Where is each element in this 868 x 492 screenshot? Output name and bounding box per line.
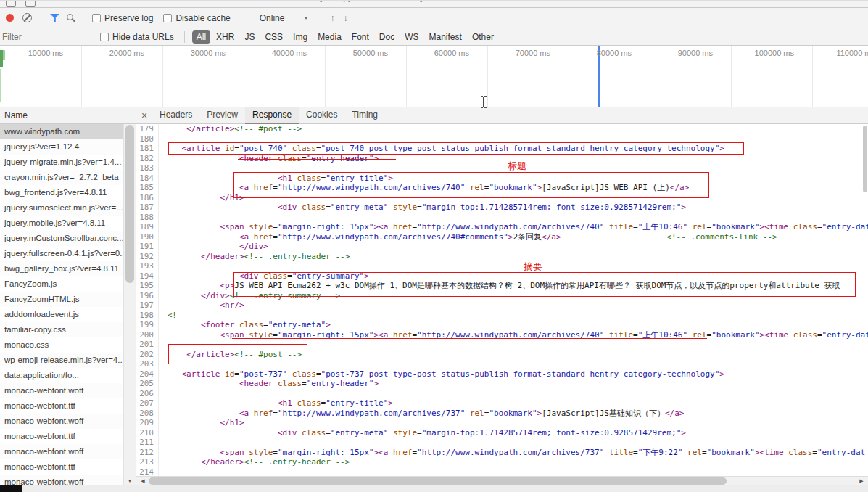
line-number: 201: [136, 340, 159, 350]
filter-pill-css[interactable]: CSS: [260, 30, 287, 44]
export-har-icon[interactable]: ↓: [343, 13, 356, 23]
line-number: 203: [136, 359, 159, 369]
main-tab-performance[interactable]: Performance: [223, 1, 286, 8]
bottom-strip: [0, 485, 868, 492]
network-main-split: Name www.windypath.comjquery.js?ver=1.12…: [0, 107, 868, 485]
filter-icon[interactable]: [50, 14, 59, 22]
preserve-log-checkbox[interactable]: [92, 14, 101, 22]
request-row[interactable]: jquery.js?ver=1.12.4: [0, 139, 123, 155]
code-line: 213 </header><!-- .entry-header -->: [136, 457, 868, 467]
request-row[interactable]: monaco-webfont.ttf: [0, 429, 123, 444]
request-row[interactable]: monaco-webfont.ttf: [0, 398, 123, 414]
code-text: <span style="margin-right: 15px"><a href…: [159, 448, 865, 458]
request-row[interactable]: FancyZoomHTML.js: [0, 292, 123, 307]
import-har-icon[interactable]: ↑: [330, 13, 343, 23]
scroll-down-icon[interactable]: ▼: [124, 476, 136, 485]
request-row[interactable]: bwg_frontend.js?ver=4.8.11: [0, 185, 123, 200]
hide-data-urls-checkbox[interactable]: [100, 33, 109, 41]
disable-cache-checkbox[interactable]: [163, 14, 172, 22]
clear-icon[interactable]: [22, 13, 32, 22]
code-text: <h1 class="entry-title">: [159, 398, 393, 409]
code-text: [159, 438, 162, 448]
timeline-tick-label: 70000 ms: [488, 49, 550, 57]
request-row[interactable]: familiar-copy.css: [0, 322, 123, 337]
detail-tab-response[interactable]: Response: [245, 107, 299, 124]
toolbar-separator: [41, 12, 41, 24]
filter-pill-xhr[interactable]: XHR: [212, 30, 239, 44]
filter-pill-manifest[interactable]: Manifest: [425, 30, 466, 44]
request-row[interactable]: jquery-migrate.min.js?ver=1.4...: [0, 155, 123, 170]
filter-pill-font[interactable]: Font: [347, 30, 373, 44]
network-overview[interactable]: 10000 ms20000 ms30000 ms40000 ms50000 ms…: [0, 46, 868, 107]
response-horizontal-scrollbar-thumb[interactable]: [149, 477, 727, 485]
filter-pill-other[interactable]: Other: [468, 30, 498, 44]
detail-tab-preview[interactable]: Preview: [199, 107, 245, 124]
request-row[interactable]: jquery.mCustomScrollbar.conc...: [0, 231, 123, 246]
scroll-right-icon[interactable]: ▶: [856, 477, 867, 485]
line-number: 195: [136, 281, 159, 291]
filter-pill-js[interactable]: JS: [240, 30, 259, 44]
main-tab-elements[interactable]: Elements: [39, 1, 88, 8]
request-row[interactable]: monaco-webfont.woff: [0, 444, 123, 459]
detail-tab-timing[interactable]: Timing: [344, 107, 385, 124]
code-line: 191 </div>: [136, 242, 868, 252]
code-line: 204 <article id="post-737" class="post-7…: [136, 369, 868, 380]
line-number: 181: [136, 144, 159, 154]
request-row[interactable]: www.windypath.com: [0, 124, 123, 139]
code-line: 179 </article><!-- #post -->: [136, 124, 868, 134]
sidebar-scrollbar-thumb[interactable]: [125, 125, 134, 283]
response-vertical-scrollbar-thumb[interactable]: [863, 126, 867, 192]
main-tab-console[interactable]: Console: [88, 1, 133, 8]
network-toolbar: Preserve log Disable cache Online ▼ ↑↓: [0, 8, 868, 28]
filter-input[interactable]: [0, 32, 96, 42]
code-line: 210 <div class="entry-meta" style="margi…: [136, 428, 868, 438]
filter-pill-img[interactable]: Img: [289, 30, 312, 44]
filter-pill-media[interactable]: Media: [313, 30, 346, 44]
request-row[interactable]: crayon.min.js?ver=_2.7.2_beta: [0, 170, 123, 185]
request-row[interactable]: monaco.css: [0, 337, 123, 353]
request-row[interactable]: bwg_gallery_box.js?ver=4.8.11: [0, 261, 123, 276]
throttling-select[interactable]: Online ▼: [260, 13, 309, 23]
request-row[interactable]: wp-emoji-release.min.js?ver=4...: [0, 353, 123, 368]
inspect-element-icon[interactable]: [6, 1, 16, 7]
sidebar-scrollbar[interactable]: ▼: [123, 124, 136, 485]
timeline-tick-label: 40000 ms: [244, 49, 307, 57]
main-tab-application[interactable]: Application: [331, 1, 387, 8]
filter-pill-all[interactable]: All: [192, 30, 210, 44]
response-vertical-scrollbar[interactable]: [862, 124, 868, 476]
response-horizontal-scrollbar[interactable]: ◀ ▶: [136, 476, 868, 485]
timeline-tick-label: 30000 ms: [163, 49, 226, 57]
code-text: [159, 261, 162, 271]
search-icon[interactable]: [66, 13, 75, 22]
code-text: </h1>: [159, 193, 244, 203]
request-row[interactable]: FancyZoom.js: [0, 276, 123, 292]
har-import-export-icons[interactable]: ↑↓: [330, 13, 356, 23]
main-tab-memory[interactable]: Memory: [286, 1, 331, 8]
line-number: 180: [136, 134, 159, 144]
device-toolbar-icon[interactable]: [25, 1, 36, 7]
request-row[interactable]: monaco-webfont.woff: [0, 383, 123, 398]
code-line: 211: [136, 438, 868, 448]
record-button-icon[interactable]: [6, 14, 14, 22]
request-row[interactable]: monaco-webfont.woff: [0, 414, 123, 429]
main-tab-sources[interactable]: Sources: [133, 1, 178, 8]
detail-tab-headers[interactable]: Headers: [152, 107, 199, 124]
scroll-left-icon[interactable]: ◀: [138, 477, 148, 485]
filter-pill-ws[interactable]: WS: [400, 30, 423, 44]
request-row[interactable]: adddomloadevent.js: [0, 307, 123, 322]
detail-tab-cookies[interactable]: Cookies: [299, 107, 344, 124]
annotation-box-article-close: [168, 344, 307, 364]
request-row[interactable]: data:application/fo...: [0, 368, 123, 383]
request-row[interactable]: jquery.fullscreen-0.4.1.js?ver=0...: [0, 246, 123, 261]
main-tab-audits[interactable]: Audits: [431, 1, 468, 8]
main-tab-network[interactable]: Network: [178, 1, 223, 8]
request-row[interactable]: jquery.sumoselect.min.js?ver=...: [0, 200, 123, 216]
request-row[interactable]: monaco-webfont.woff: [0, 475, 123, 485]
close-icon[interactable]: ×: [136, 107, 152, 123]
response-viewer[interactable]: 179 </article><!-- #post -->180181 <arti…: [136, 124, 868, 476]
request-row[interactable]: jquery.mobile.js?ver=4.8.11: [0, 216, 123, 231]
main-tab-security[interactable]: Security: [387, 1, 431, 8]
request-row[interactable]: monaco-webfont.ttf: [0, 459, 123, 475]
name-column-header[interactable]: Name: [0, 107, 136, 124]
filter-pill-doc[interactable]: Doc: [375, 30, 399, 44]
